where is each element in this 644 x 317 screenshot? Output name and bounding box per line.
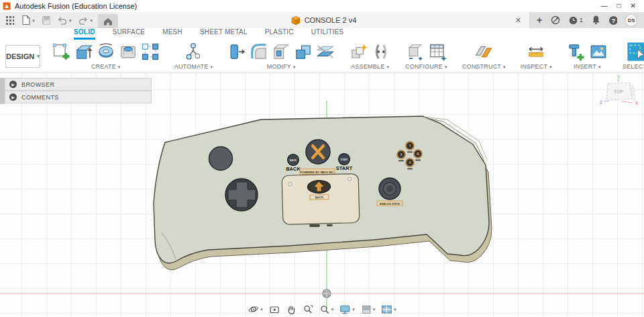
fastener-icon[interactable] [567, 42, 586, 61]
save-icon[interactable] [42, 15, 50, 26]
pan-hand-icon [286, 304, 297, 315]
analog-caption: ANALOG STICK [380, 202, 400, 206]
group-label-modify[interactable]: MODIFY▾ [267, 63, 296, 70]
redo-button[interactable]: ▾ [78, 15, 93, 25]
config-table-icon[interactable] [428, 42, 447, 61]
undo-button[interactable]: ▾ [57, 15, 72, 25]
new-tab-button[interactable]: + [537, 15, 542, 26]
qat-buttons: ▾ ▾ ▾ [0, 12, 98, 28]
document-close-icon[interactable]: ✕ [515, 16, 521, 25]
caret-icon: ▾ [69, 18, 72, 23]
minimize-button[interactable]: — [601, 0, 608, 12]
home-icon [103, 16, 113, 26]
group-label-automate[interactable]: AUTOMATE▾ [174, 63, 213, 70]
group-label-create[interactable]: CREATE▾ [91, 63, 121, 70]
panel-dock-strip [0, 78, 5, 104]
sketch-icon[interactable] [52, 42, 71, 61]
tab-utilities[interactable]: UTILITIES [311, 28, 343, 40]
viewports-button[interactable]: ▾ [381, 304, 396, 315]
zoom-window-icon [303, 304, 313, 315]
caret-icon: ▾ [32, 18, 35, 23]
combine-icon[interactable] [294, 42, 313, 61]
image-icon[interactable] [589, 42, 608, 61]
caret-icon: ▾ [394, 307, 396, 312]
automate-icon[interactable] [184, 42, 203, 61]
pattern-icon[interactable] [141, 42, 160, 61]
group-assemble: ASSEMBLE▾ [345, 40, 394, 73]
group-label-construct[interactable]: CONSTRUCT▾ [462, 63, 506, 70]
caret-icon: ▾ [445, 64, 447, 69]
tab-plastic[interactable]: PLASTIC [265, 28, 294, 40]
home-view-button[interactable] [98, 14, 118, 28]
zoom-window-button[interactable] [303, 304, 313, 315]
document-tab-title: CONSOLE 2 v4 [305, 16, 357, 24]
caret-icon: ▾ [549, 64, 552, 69]
workspace-selector[interactable]: DESIGN ▾ [5, 45, 40, 68]
select-icon[interactable] [627, 42, 644, 62]
group-label-select[interactable]: SELECT▾ [623, 63, 644, 70]
browser-panel-label: BROWSER [21, 81, 54, 88]
orbit-button[interactable]: ▾ [248, 304, 263, 315]
hole-icon[interactable] [119, 42, 138, 61]
look-at-button[interactable] [269, 304, 280, 315]
revolve-icon[interactable] [97, 42, 115, 61]
back-caption: BACK [286, 166, 301, 172]
viewcube-x-label: X [635, 101, 639, 105]
job-status-button[interactable]: 1 [568, 15, 583, 26]
battery-panel: BACK [282, 174, 360, 225]
viewports-icon [381, 304, 392, 315]
measure-icon[interactable] [527, 42, 545, 61]
file-menu-button[interactable]: ▾ [21, 15, 35, 26]
model-canvas[interactable]: BACK BACK START START POWERED BY XBOX IN… [0, 73, 644, 317]
maximize-button[interactable]: □ [617, 0, 621, 12]
view-cube[interactable]: TOP Y Z X [598, 75, 640, 109]
comments-panel-header[interactable]: ▶ COMMENTS [5, 91, 152, 103]
split-icon[interactable] [316, 42, 335, 61]
orbit-icon [248, 304, 259, 315]
zoom-button[interactable]: ▾ [319, 304, 334, 315]
pan-button[interactable] [286, 304, 297, 315]
tab-mesh[interactable]: MESH [162, 28, 182, 40]
expand-icon[interactable]: ▶ [9, 81, 17, 88]
configuration-icon[interactable] [406, 42, 425, 61]
tab-sheet-metal[interactable]: SHEET METAL [200, 28, 248, 40]
grid-snaps-button[interactable]: ▾ [361, 304, 376, 315]
analog-stick-center [386, 185, 393, 192]
caret-icon: ▾ [352, 307, 355, 312]
extensions-icon[interactable] [550, 15, 560, 26]
group-insert: INSERT▾ [563, 40, 612, 73]
group-label-assemble[interactable]: ASSEMBLE▾ [351, 63, 389, 70]
origin-indicator[interactable] [323, 289, 331, 298]
browser-panel-header[interactable]: ▶ BROWSER [5, 78, 152, 91]
svg-text:?: ? [611, 17, 615, 24]
caret-icon: ▾ [118, 64, 121, 69]
help-icon[interactable]: ? [608, 15, 618, 26]
tab-surface[interactable]: SURFACE [113, 28, 146, 40]
group-label-inspect[interactable]: INSPECT▾ [521, 63, 552, 70]
display-settings-button[interactable]: ▾ [339, 304, 355, 315]
guide-button [209, 147, 233, 171]
shell-icon[interactable] [272, 42, 290, 61]
fillet-icon[interactable] [250, 42, 268, 61]
controller-model[interactable]: BACK BACK START START POWERED BY XBOX IN… [154, 116, 492, 270]
document-tab[interactable]: CONSOLE 2 v4 ✕ [118, 12, 530, 28]
close-button[interactable]: ✕ [631, 0, 636, 12]
notifications-bell-icon[interactable] [591, 15, 600, 26]
expand-icon[interactable]: ▶ [9, 93, 17, 101]
group-construct: CONSTRUCT▾ [458, 40, 510, 73]
user-avatar[interactable]: DS [625, 14, 637, 27]
plane-icon[interactable] [474, 42, 493, 61]
press-pull-icon[interactable] [227, 42, 246, 61]
panel-caption: BACK [315, 195, 325, 199]
group-label-insert[interactable]: INSERT▾ [574, 63, 601, 70]
viewport-canvas[interactable]: BACK BACK START START POWERED BY XBOX IN… [0, 73, 644, 317]
new-component-icon[interactable] [350, 42, 368, 61]
group-label-configure[interactable]: CONFIGURE▾ [405, 63, 447, 70]
caret-icon: ▾ [210, 64, 213, 69]
joint-icon[interactable] [372, 42, 390, 61]
app-grid-icon[interactable] [5, 15, 14, 26]
extrude-icon[interactable] [74, 42, 93, 61]
tab-solid[interactable]: SOLID [74, 28, 95, 40]
ribbon-toolbar: DESIGN ▾ CREATE▾ AUTOMATE▾ MODIFY▾ [0, 40, 644, 73]
viewcube-z-label: Z [600, 100, 603, 105]
